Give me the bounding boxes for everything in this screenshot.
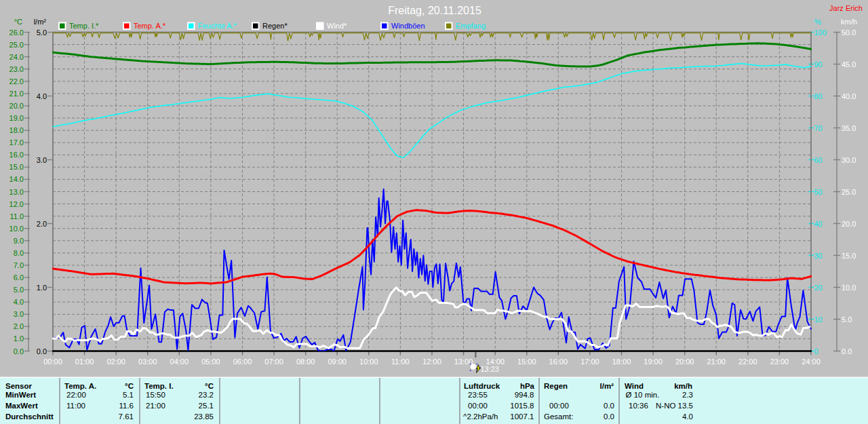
svg-text:13:23: 13:23	[480, 365, 499, 373]
svg-text:11.0: 11.0	[9, 212, 24, 220]
svg-text:2.0: 2.0	[14, 322, 24, 330]
svg-text:25.0: 25.0	[842, 188, 856, 196]
svg-text:Jarz Erich: Jarz Erich	[829, 4, 863, 12]
svg-text:18:00: 18:00	[612, 358, 631, 366]
svg-text:35.0: 35.0	[842, 124, 856, 132]
svg-text:N-NO 13.5: N-NO 13.5	[656, 402, 693, 410]
svg-text:20: 20	[814, 284, 823, 292]
svg-text:1.0: 1.0	[14, 334, 24, 343]
svg-text:Temp. A.*: Temp. A.*	[134, 22, 166, 30]
svg-text:22.0: 22.0	[9, 77, 24, 85]
svg-text:Durchschnitt: Durchschnitt	[5, 412, 54, 421]
svg-text:7.61: 7.61	[119, 412, 134, 421]
svg-text:100: 100	[814, 28, 827, 37]
svg-text:15.0: 15.0	[842, 252, 856, 260]
svg-text:9.0: 9.0	[14, 237, 24, 245]
svg-text:Luftdruck: Luftdruck	[464, 382, 500, 390]
svg-text:5.1: 5.1	[123, 391, 134, 399]
svg-text:24.0: 24.0	[9, 53, 24, 61]
svg-text:03:00: 03:00	[138, 358, 157, 366]
svg-text:06:00: 06:00	[233, 358, 252, 366]
svg-text:11.6: 11.6	[119, 402, 134, 410]
svg-text:30: 30	[814, 252, 823, 260]
svg-text:km/h: km/h	[674, 382, 692, 390]
svg-text:°C: °C	[205, 382, 214, 390]
svg-text:23.2: 23.2	[199, 391, 214, 399]
svg-text:12.0: 12.0	[9, 200, 24, 208]
svg-text:11:00: 11:00	[66, 402, 85, 410]
svg-text:20.0: 20.0	[842, 220, 856, 228]
svg-text:05:00: 05:00	[201, 358, 220, 366]
svg-text:20.0: 20.0	[9, 102, 24, 110]
svg-text:01:00: 01:00	[75, 358, 94, 366]
svg-text:l/m²: l/m²	[600, 382, 614, 390]
svg-text:70: 70	[814, 124, 823, 132]
svg-text:5.0: 5.0	[842, 315, 852, 324]
svg-text:30.0: 30.0	[842, 156, 856, 164]
svg-text:21.0: 21.0	[9, 90, 24, 98]
svg-text:10:36: 10:36	[629, 402, 648, 410]
svg-text:09:00: 09:00	[328, 358, 347, 366]
svg-text:Temp. I.: Temp. I.	[144, 382, 174, 390]
svg-text:10.0: 10.0	[842, 284, 856, 292]
svg-text:00:00: 00:00	[549, 402, 569, 410]
svg-text:MinWert: MinWert	[5, 391, 36, 399]
svg-text:Feuchte A.*: Feuchte A.*	[198, 22, 237, 30]
svg-text:Wind*: Wind*	[327, 22, 347, 30]
svg-text:Gesamt:: Gesamt:	[544, 412, 573, 421]
svg-text:5.0: 5.0	[14, 286, 24, 294]
svg-text:07:00: 07:00	[264, 358, 283, 366]
svg-text:25.0: 25.0	[9, 41, 24, 49]
svg-text:90: 90	[814, 60, 823, 69]
svg-text:4.0: 4.0	[682, 412, 693, 421]
svg-text:24:00: 24:00	[802, 358, 821, 366]
svg-text:7.0: 7.0	[14, 261, 24, 269]
svg-text:km/h: km/h	[841, 18, 857, 26]
svg-text:15.0: 15.0	[9, 163, 24, 171]
svg-text:Regen*: Regen*	[262, 22, 288, 30]
svg-text:19:00: 19:00	[644, 358, 663, 366]
svg-text:10:00: 10:00	[359, 358, 378, 366]
svg-text:Temp. I.*: Temp. I.*	[69, 22, 99, 30]
svg-text:Freitag, 20.11.2015: Freitag, 20.11.2015	[388, 5, 481, 16]
svg-text:l/m²: l/m²	[34, 18, 47, 26]
svg-text:1015.8: 1015.8	[510, 402, 534, 410]
svg-text:25.1: 25.1	[199, 402, 214, 410]
svg-text:40.0: 40.0	[842, 92, 856, 100]
svg-text:21:00: 21:00	[707, 358, 726, 366]
svg-text:2.3: 2.3	[682, 391, 693, 399]
svg-text:hPa: hPa	[520, 382, 535, 390]
svg-text:45.0: 45.0	[842, 60, 856, 69]
svg-text:3.0: 3.0	[14, 310, 24, 318]
svg-text:16.0: 16.0	[9, 151, 24, 159]
svg-text:0: 0	[814, 347, 818, 355]
svg-text:04:00: 04:00	[170, 358, 189, 366]
svg-text:15:50: 15:50	[146, 391, 165, 399]
svg-text:00:00: 00:00	[468, 402, 488, 410]
svg-text:994.8: 994.8	[515, 391, 534, 399]
svg-text:10: 10	[814, 315, 823, 324]
svg-text:23.0: 23.0	[9, 65, 24, 73]
svg-text:°C: °C	[125, 382, 134, 390]
svg-text:80: 80	[814, 92, 823, 100]
svg-text:0.0: 0.0	[37, 347, 47, 355]
svg-text:15:00: 15:00	[517, 358, 536, 366]
svg-text:60: 60	[814, 156, 823, 164]
svg-text:°C: °C	[14, 18, 22, 26]
svg-text:00:00: 00:00	[43, 358, 62, 366]
svg-text:4.0: 4.0	[14, 298, 24, 306]
svg-text:17:00: 17:00	[580, 358, 599, 366]
svg-text:22:00: 22:00	[66, 391, 86, 399]
svg-text:26.0: 26.0	[9, 28, 24, 37]
svg-text:23:55: 23:55	[468, 391, 488, 399]
svg-text:50: 50	[814, 188, 823, 196]
svg-text:08:00: 08:00	[296, 358, 315, 366]
svg-text:0.0: 0.0	[604, 402, 614, 410]
svg-text:22:00: 22:00	[738, 358, 757, 366]
svg-text:1007.1: 1007.1	[510, 412, 534, 421]
svg-text:0.0: 0.0	[842, 347, 852, 355]
svg-text:5.0: 5.0	[37, 28, 47, 37]
svg-text:Sensor: Sensor	[5, 382, 33, 390]
svg-text:Ø 10 min.: Ø 10 min.	[626, 391, 660, 399]
svg-text:13.0: 13.0	[9, 188, 24, 196]
